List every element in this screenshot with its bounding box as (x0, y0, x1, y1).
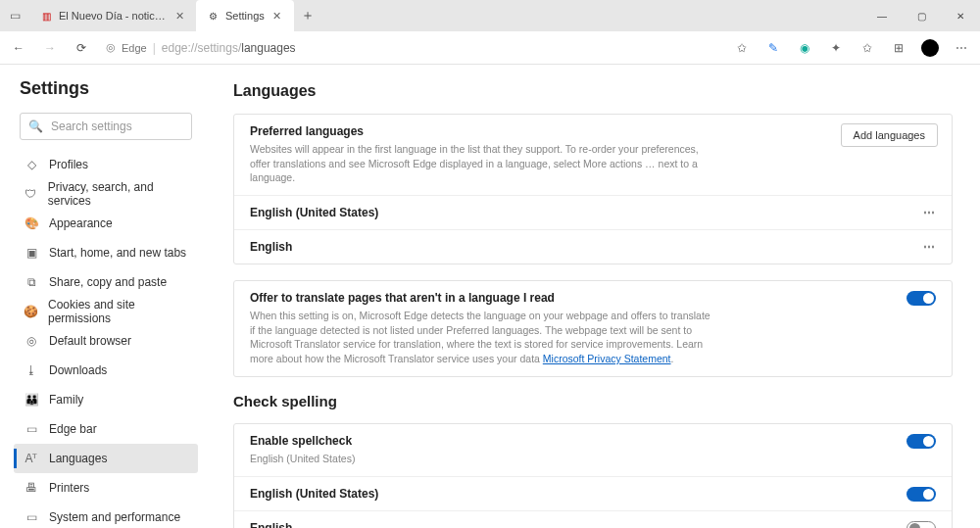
nav-icon: 👪 (24, 393, 39, 407)
settings-content: Languages Preferred languages Websites w… (206, 65, 980, 528)
divider: | (153, 41, 156, 55)
spell-lang-toggle-1[interactable] (906, 521, 936, 529)
spell-lang-toggle-0[interactable] (906, 487, 936, 502)
nav-label: Languages (49, 452, 107, 465)
tab-strip: ▭ ▥ El Nuevo Día - noticias de últim… ✕ … (0, 0, 321, 31)
nav-icon: 🎨 (24, 216, 39, 230)
sidebar-item-privacy-search-and-services[interactable]: 🛡Privacy, search, and services (14, 179, 198, 209)
translate-toggle[interactable] (906, 291, 936, 306)
window-controls: ― ▢ ✕ (862, 0, 980, 31)
nav-icon: ◎ (24, 334, 39, 348)
sidebar-item-start-home-and-new-tabs[interactable]: ▣Start, home, and new tabs (14, 238, 198, 267)
nav-label: Default browser (49, 334, 131, 348)
page-title: Languages (233, 82, 953, 100)
spell-lang-label: English (250, 521, 936, 529)
nav-label: Appearance (49, 216, 113, 230)
sidebar-item-languages[interactable]: AᵀLanguages (14, 444, 198, 473)
sidebar-item-appearance[interactable]: 🎨Appearance (14, 209, 198, 238)
profile-button[interactable] (915, 34, 945, 62)
nav-label: Printers (49, 481, 89, 495)
sidebar-title: Settings (20, 78, 198, 99)
nav-icon: ▭ (24, 422, 39, 436)
maximize-button[interactable]: ▢ (902, 0, 941, 31)
nav-label: Family (49, 393, 83, 407)
preferred-languages-card: Preferred languages Websites will appear… (233, 114, 953, 264)
translate-card: Offer to translate pages that aren't in … (233, 280, 953, 377)
nav-icon: 🍪 (24, 305, 38, 318)
search-icon: 🔍 (28, 120, 43, 133)
sidebar-item-printers[interactable]: 🖶Printers (14, 473, 198, 503)
more-actions-icon[interactable]: ⋯ (923, 240, 936, 254)
gear-icon: ⚙ (206, 9, 220, 23)
nav-label: System and performance (49, 510, 180, 524)
language-label: English (250, 240, 936, 254)
close-window-button[interactable]: ✕ (941, 0, 980, 31)
shield-icon[interactable]: ◉ (790, 34, 819, 62)
nav-icon: ◇ (24, 158, 39, 171)
tab-1[interactable]: ⚙ Settings ✕ (196, 0, 294, 31)
tab-0[interactable]: ▥ El Nuevo Día - noticias de últim… ✕ (29, 0, 196, 31)
sidebar-item-edge-bar[interactable]: ▭Edge bar (14, 414, 198, 444)
sidebar-item-system-and-performance[interactable]: ▭System and performance (14, 503, 198, 528)
language-label: English (United States) (250, 206, 936, 219)
close-icon[interactable]: ✕ (172, 9, 186, 23)
favorites-list-icon[interactable]: ✩ (853, 34, 882, 62)
collections-icon[interactable]: ⊞ (884, 34, 913, 62)
tab-actions-icon[interactable]: ▭ (0, 0, 29, 31)
page: Settings 🔍 Search settings ◇Profiles🛡Pri… (0, 65, 980, 528)
nav-icon: ▭ (24, 510, 39, 524)
tab-1-title: Settings (225, 10, 265, 22)
sidebar-item-cookies-and-site-permissions[interactable]: 🍪Cookies and site permissions (14, 297, 198, 326)
sidebar-item-family[interactable]: 👪Family (14, 385, 198, 414)
nav-icon: ▣ (24, 246, 39, 260)
nav-label: Cookies and site permissions (48, 298, 188, 325)
nav-label: Privacy, search, and services (48, 180, 188, 208)
toolbar-right: ✩ ✎ ◉ ✦ ✩ ⊞ ⋯ (727, 34, 976, 62)
refresh-button[interactable]: ⟳ (67, 34, 96, 62)
favorite-icon[interactable]: ✩ (727, 34, 757, 62)
preferred-languages-header: Preferred languages Websites will appear… (234, 115, 952, 195)
close-icon[interactable]: ✕ (270, 9, 284, 23)
settings-sidebar: Settings 🔍 Search settings ◇Profiles🛡Pri… (0, 65, 206, 528)
preferred-languages-title: Preferred languages (250, 124, 936, 138)
nav-label: Profiles (49, 158, 88, 171)
translate-title: Offer to translate pages that aren't in … (250, 291, 936, 305)
spell-lang-row-1: English (234, 510, 952, 529)
sidebar-item-profiles[interactable]: ◇Profiles (14, 150, 198, 179)
avatar (921, 39, 939, 57)
new-tab-button[interactable]: ＋ (294, 0, 321, 31)
sidebar-item-share-copy-and-paste[interactable]: ⧉Share, copy and paste (14, 267, 198, 297)
spelling-card: Enable spellcheck English (United States… (233, 423, 953, 528)
edit-icon[interactable]: ✎ (759, 34, 788, 62)
translate-row: Offer to translate pages that aren't in … (234, 281, 952, 376)
tab-0-title: El Nuevo Día - noticias de últim… (59, 10, 167, 22)
language-item-0: English (United States) ⋯ (234, 195, 952, 229)
nav-icon: ⧉ (24, 275, 39, 289)
sidebar-item-downloads[interactable]: ⭳Downloads (14, 356, 198, 385)
back-button[interactable]: ← (4, 34, 33, 62)
preferred-languages-desc: Websites will appear in the first langua… (250, 142, 710, 185)
enable-spellcheck-row: Enable spellcheck English (United States… (234, 424, 952, 476)
site-identity-icon: ◎ (106, 41, 116, 54)
nav-icon: 🖶 (24, 481, 39, 495)
title-bar: ▭ ▥ El Nuevo Día - noticias de últim… ✕ … (0, 0, 980, 31)
nav-label: Downloads (49, 363, 107, 377)
search-input[interactable]: 🔍 Search settings (20, 113, 192, 140)
translate-desc: When this setting is on, Microsoft Edge … (250, 309, 710, 366)
address-bar[interactable]: ◎ Edge | edge://settings/languages (98, 35, 725, 61)
add-languages-button[interactable]: Add languages (841, 123, 938, 147)
nav-icon: 🛡 (24, 187, 38, 201)
nav-label: Start, home, and new tabs (49, 246, 186, 260)
spell-lang-row-0: English (United States) (234, 476, 952, 510)
more-menu-icon[interactable]: ⋯ (947, 34, 976, 62)
minimize-button[interactable]: ― (862, 0, 902, 31)
enable-spellcheck-title: Enable spellcheck (250, 434, 936, 448)
sidebar-nav: ◇Profiles🛡Privacy, search, and services🎨… (14, 150, 198, 528)
spellcheck-toggle[interactable] (906, 434, 936, 449)
privacy-link[interactable]: Microsoft Privacy Statement (543, 353, 671, 364)
nav-icon: Aᵀ (24, 452, 39, 465)
more-actions-icon[interactable]: ⋯ (923, 206, 936, 219)
sidebar-item-default-browser[interactable]: ◎Default browser (14, 326, 198, 356)
url-text: edge://settings/languages (162, 41, 296, 55)
extension-icon[interactable]: ✦ (821, 34, 851, 62)
